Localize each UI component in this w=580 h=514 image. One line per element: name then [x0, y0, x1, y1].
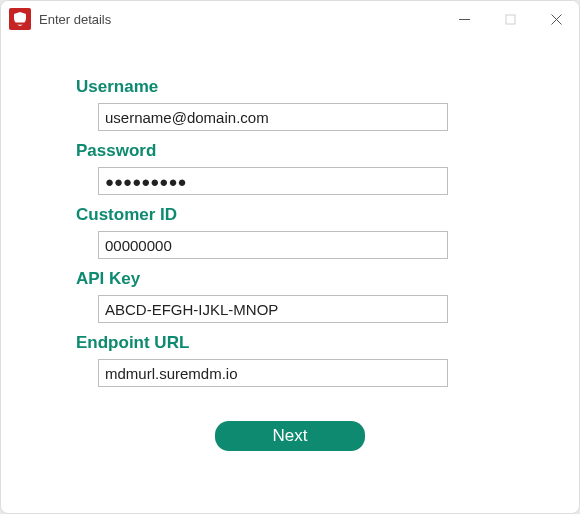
- customer-id-group: Customer ID: [76, 205, 504, 259]
- button-row: Next: [76, 421, 504, 451]
- minimize-button[interactable]: [441, 1, 487, 37]
- maximize-button: [487, 1, 533, 37]
- endpoint-url-label: Endpoint URL: [76, 333, 504, 353]
- password-input[interactable]: [98, 167, 448, 195]
- customer-id-input[interactable]: [98, 231, 448, 259]
- api-key-group: API Key: [76, 269, 504, 323]
- api-key-label: API Key: [76, 269, 504, 289]
- svg-rect-2: [506, 15, 515, 24]
- customer-id-label: Customer ID: [76, 205, 504, 225]
- password-label: Password: [76, 141, 504, 161]
- form-content: Username Password Customer ID API Key En: [1, 37, 579, 513]
- titlebar-controls: [441, 1, 579, 37]
- svg-rect-0: [15, 23, 25, 25]
- username-input[interactable]: [98, 103, 448, 131]
- close-button[interactable]: [533, 1, 579, 37]
- window-title: Enter details: [39, 12, 111, 27]
- api-key-input[interactable]: [98, 295, 448, 323]
- username-group: Username: [76, 77, 504, 131]
- username-label: Username: [76, 77, 504, 97]
- password-group: Password: [76, 141, 504, 195]
- app-icon: [9, 8, 31, 30]
- titlebar: Enter details: [1, 1, 579, 37]
- dialog-window: Enter details Username Pas: [0, 0, 580, 514]
- endpoint-url-group: Endpoint URL: [76, 333, 504, 387]
- endpoint-url-input[interactable]: [98, 359, 448, 387]
- next-button[interactable]: Next: [215, 421, 365, 451]
